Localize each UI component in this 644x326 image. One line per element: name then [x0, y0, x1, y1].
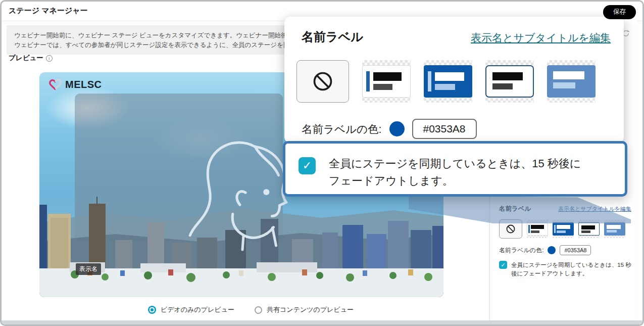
sync-fade-checkbox[interactable]: ✓ [299, 157, 316, 174]
bottom-border-strip [2, 320, 642, 324]
label-style-light-with-bar[interactable] [527, 220, 548, 238]
brand-logo: MELSC [48, 78, 102, 91]
name-label-title: 名前ラベル [499, 205, 531, 213]
radio-selected-icon[interactable] [148, 306, 156, 314]
callout-edit-display-name-link[interactable]: 表示名とサブタイトルを編集 [471, 31, 611, 45]
color-hex-input[interactable] [560, 245, 591, 255]
radio-unselected-icon[interactable] [255, 306, 262, 314]
sync-fade-highlight-box: ✓ 全員にステージを同期しているときは、15 秒後にフェードアウトします。 [283, 141, 627, 197]
edit-display-name-link[interactable]: 表示名とサブタイトルを編集 [558, 205, 631, 213]
label-style-options [499, 219, 631, 239]
sync-fade-note: 全員にステージを同期しているときは、15 秒後にフェードアウトします。 [329, 155, 584, 190]
check-icon: ✓ [501, 262, 505, 268]
heart-logo-icon [48, 78, 62, 91]
label-style-blue-plain[interactable] [547, 60, 596, 103]
label-style-none[interactable] [499, 219, 522, 239]
callout-label-color-label: 名前ラベルの色: [302, 122, 382, 136]
label-style-none[interactable] [296, 60, 349, 103]
label-style-blue-with-bar[interactable] [424, 60, 472, 103]
save-button[interactable]: 保存 [603, 5, 636, 19]
callout-color-hex-input[interactable] [412, 119, 477, 139]
logo-text: MELSC [65, 79, 102, 90]
name-label-callout: 名前ラベル 表示名とサブタイトルを編集 名前ラベルの色: [284, 17, 624, 143]
info-icon[interactable]: i [46, 55, 53, 62]
radio-video-only-label: ビデオのみのプレビュー [161, 305, 234, 314]
sync-fade-note: 全員にステージを同期しているときは、15 秒後にフェードアウトします。 [511, 261, 631, 277]
sync-fade-checkbox[interactable]: ✓ [499, 261, 507, 269]
preview-mode-radios: ビデオのみのプレビュー 共有コンテンツのプレビュー [148, 305, 354, 314]
label-style-light-plain[interactable] [485, 60, 534, 103]
check-icon: ✓ [303, 159, 312, 172]
preview-label-text: プレビュー [9, 54, 43, 63]
prohibit-icon [506, 224, 516, 234]
label-style-blue-plain[interactable] [604, 220, 625, 238]
label-style-light-with-bar[interactable] [362, 60, 411, 103]
page-title: ステージ マネージャー [9, 6, 88, 16]
radio-shared-content[interactable]: 共有コンテンツのプレビュー [255, 305, 354, 314]
preview-section-label: プレビュー i [9, 54, 53, 63]
label-style-light-plain[interactable] [578, 220, 600, 238]
radio-video-only[interactable]: ビデオのみのプレビュー [148, 305, 234, 314]
radio-shared-content-label: 共有コンテンツのプレビュー [267, 305, 354, 314]
stage-manager-window: ステージ マネージャー 保存 ウェビナー開始前に、ウェビナー ステージ ビューを… [0, 0, 644, 326]
color-swatch[interactable] [548, 246, 556, 254]
callout-label-style-options [296, 60, 596, 103]
label-color-label: 名前ラベルの色: [499, 246, 543, 255]
name-label-section: 名前ラベル 表示名とサブタイトルを編集 [499, 205, 631, 277]
display-name-tag: 表示名 [76, 263, 101, 275]
prohibit-icon [312, 70, 334, 92]
callout-title: 名前ラベル [302, 29, 363, 45]
label-style-blue-with-bar[interactable] [553, 220, 574, 238]
callout-color-swatch[interactable] [389, 121, 405, 136]
